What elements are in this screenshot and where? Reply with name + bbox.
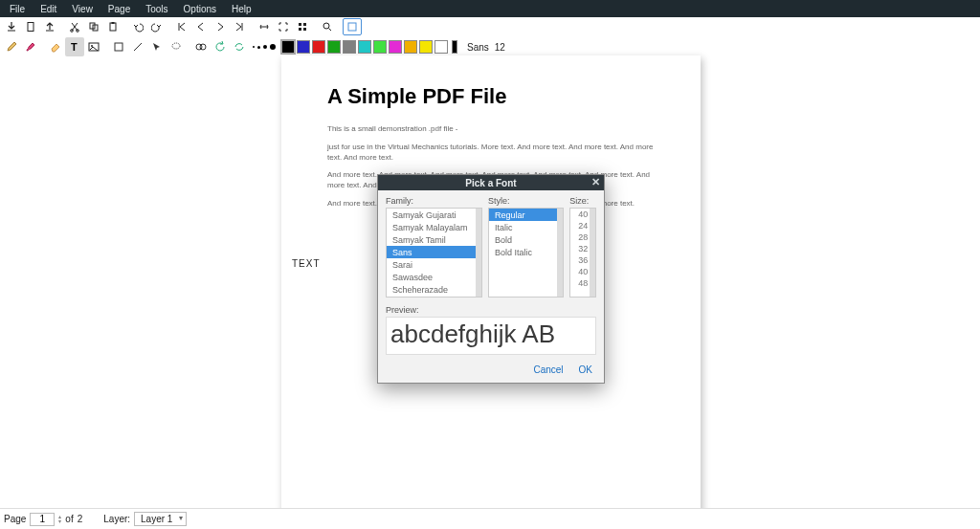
clone-tool-icon[interactable] [191, 37, 211, 56]
doc-paragraph: This is a small demonstration .pdf file … [327, 124, 655, 135]
rotate-tool-icon[interactable] [211, 37, 230, 56]
swatch-lime[interactable] [373, 40, 387, 54]
family-listbox[interactable]: Samyak Gujarati Samyak Malayalam Samyak … [386, 208, 482, 298]
page-number-input[interactable] [30, 513, 55, 526]
svg-point-11 [323, 23, 329, 29]
text-tool-icon[interactable]: T [65, 37, 84, 56]
current-font-label: Sans [467, 42, 489, 53]
brush-tool-icon[interactable] [21, 37, 40, 56]
size-option[interactable]: 24 [570, 220, 595, 231]
style-option[interactable]: Italic [489, 221, 563, 233]
menu-help[interactable]: Help [224, 4, 259, 14]
image-tool-icon[interactable] [84, 37, 103, 56]
menu-edit[interactable]: Edit [33, 4, 64, 14]
download-icon[interactable] [2, 18, 21, 35]
family-option[interactable]: Scheherazade [387, 283, 481, 296]
family-option[interactable]: Samyak Tamil [387, 233, 481, 246]
last-page-icon[interactable] [230, 18, 249, 35]
cancel-button[interactable]: Cancel [533, 364, 563, 375]
swatch-magenta[interactable] [389, 40, 402, 54]
swatch-navy[interactable] [297, 40, 310, 54]
svg-rect-10 [303, 28, 306, 31]
menu-options[interactable]: Options [176, 4, 224, 14]
doc-paragraph: just for use in the Virtual Mechanics tu… [327, 143, 655, 164]
copy-icon[interactable] [84, 18, 103, 35]
swatch-yellow[interactable] [419, 40, 433, 54]
line-tool-icon[interactable] [128, 37, 147, 56]
swatch-black[interactable] [281, 40, 295, 54]
size-option[interactable]: 28 [570, 231, 595, 243]
next-page-icon[interactable] [211, 18, 230, 35]
page-spinner[interactable]: ▴▾ [58, 515, 61, 524]
close-icon[interactable]: ✕ [591, 176, 600, 188]
family-option[interactable]: Samyak Malayalam [387, 221, 481, 233]
shape-tool-icon[interactable] [109, 37, 128, 56]
family-option[interactable]: Samyak Gujarati [387, 209, 481, 221]
style-option[interactable]: Regular [489, 209, 563, 221]
size-label: Size: [569, 196, 596, 206]
style-listbox[interactable]: Regular Italic Bold Bold Italic [488, 208, 564, 298]
refresh-tool-icon[interactable] [230, 37, 249, 56]
svg-rect-9 [299, 28, 301, 31]
menu-page[interactable]: Page [100, 4, 138, 14]
page-label: Page [4, 514, 26, 524]
current-stroke-color[interactable] [452, 40, 457, 54]
prev-page-icon[interactable] [191, 18, 211, 35]
size-option[interactable]: 36 [570, 254, 595, 266]
current-font-size: 12 [495, 42, 505, 53]
cut-icon[interactable] [65, 18, 84, 35]
svg-point-19 [200, 44, 206, 50]
fullscreen-icon[interactable] [274, 18, 293, 35]
style-option[interactable]: Bold [489, 233, 563, 246]
family-option[interactable]: Sans [387, 246, 481, 258]
swatch-cyan[interactable] [358, 40, 371, 54]
svg-rect-5 [110, 23, 116, 31]
ok-button[interactable]: OK [579, 364, 592, 375]
undo-icon[interactable] [128, 18, 147, 35]
grid-icon[interactable] [293, 18, 312, 35]
swatch-white[interactable] [434, 40, 448, 54]
pen-tool-icon[interactable] [2, 37, 21, 56]
main-toolbar [0, 17, 980, 36]
svg-text:T: T [71, 41, 78, 53]
family-option[interactable]: Sarai [387, 258, 481, 271]
dialog-titlebar[interactable]: Pick a Font ✕ [378, 175, 604, 190]
color-palette [281, 40, 448, 54]
page-of-label: of [65, 514, 73, 524]
style-option[interactable]: Bold Italic [489, 246, 563, 258]
layer-dropdown[interactable]: Layer 1 [134, 512, 187, 526]
swatch-gray[interactable] [343, 40, 356, 54]
text-annotation[interactable]: TEXT [292, 258, 321, 269]
eraser-tool-icon[interactable] [46, 37, 65, 56]
doc-title: A Simple PDF File [327, 84, 655, 109]
svg-rect-8 [303, 23, 306, 26]
size-option[interactable]: 32 [570, 243, 595, 254]
size-listbox[interactable]: 40 24 28 32 36 40 48 [569, 208, 596, 298]
page-size-icon[interactable] [343, 18, 362, 35]
size-option[interactable]: 40 [570, 209, 595, 220]
canvas-area[interactable]: A Simple PDF File This is a small demons… [0, 57, 980, 508]
menu-view[interactable]: View [64, 4, 100, 14]
redo-icon[interactable] [147, 18, 167, 35]
fit-width-icon[interactable] [255, 18, 274, 35]
zoom-icon[interactable] [318, 18, 337, 35]
svg-rect-12 [348, 23, 356, 31]
first-page-icon[interactable] [172, 18, 191, 35]
lasso-tool-icon[interactable] [167, 37, 186, 56]
family-option[interactable]: Sawasdee [387, 271, 481, 283]
upload-icon[interactable] [40, 18, 59, 35]
swatch-red[interactable] [312, 40, 325, 54]
size-option[interactable]: 48 [570, 277, 595, 289]
swatch-green[interactable] [327, 40, 341, 54]
select-tool-icon[interactable] [147, 37, 167, 56]
svg-rect-0 [28, 23, 33, 32]
menu-file[interactable]: File [2, 4, 33, 14]
dialog-title-text: Pick a Font [465, 178, 516, 188]
menu-tools[interactable]: Tools [138, 4, 175, 14]
brush-size-selector[interactable] [253, 44, 276, 50]
new-doc-icon[interactable] [21, 18, 40, 35]
size-option[interactable]: 40 [570, 266, 595, 277]
swatch-orange[interactable] [404, 40, 417, 54]
svg-rect-6 [112, 22, 115, 24]
paste-icon[interactable] [103, 18, 122, 35]
